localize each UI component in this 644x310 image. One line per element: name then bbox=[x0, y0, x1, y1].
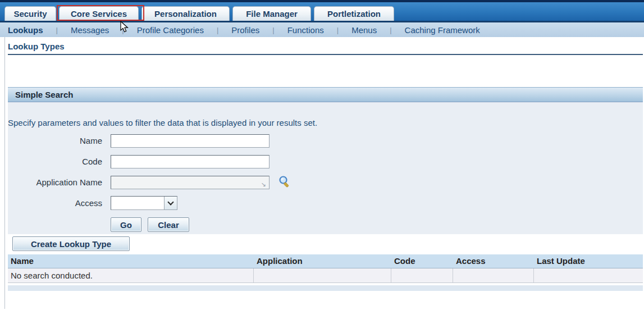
column-header-application[interactable]: Application bbox=[254, 254, 391, 268]
code-input[interactable] bbox=[111, 155, 270, 168]
subnav-item-messages[interactable]: Messages bbox=[71, 25, 109, 35]
access-select-value bbox=[111, 197, 164, 209]
subnav-item-menus[interactable]: Menus bbox=[351, 25, 377, 35]
tab-personalization[interactable]: Personalization bbox=[141, 6, 230, 21]
table-cell bbox=[534, 268, 643, 282]
chevron-down-icon bbox=[167, 199, 173, 205]
subnav-item-functions[interactable]: Functions bbox=[287, 25, 324, 35]
access-field-label: Access bbox=[8, 197, 102, 210]
clear-button[interactable]: Clear bbox=[148, 217, 189, 232]
subnav-item-lookups[interactable]: Lookups bbox=[8, 25, 43, 35]
tab-file-manager[interactable]: File Manager bbox=[232, 6, 311, 21]
application-name-label: Application Name bbox=[8, 176, 102, 189]
subnav-separator: | bbox=[217, 26, 218, 34]
empty-results-message: No search conducted. bbox=[8, 268, 254, 282]
application-window: Security Core Services Personalization F… bbox=[0, 0, 644, 310]
subnav-separator: | bbox=[122, 26, 124, 34]
simple-search-panel: Simple Search Specify parameters and val… bbox=[8, 87, 643, 234]
table-footer-strip bbox=[8, 285, 643, 291]
search-magnifier-icon[interactable] bbox=[278, 175, 291, 189]
code-field-label: Code bbox=[8, 155, 102, 168]
tab-portletization[interactable]: Portletization bbox=[314, 6, 394, 21]
subnav-separator: | bbox=[272, 26, 274, 34]
table-row: No search conducted. bbox=[8, 268, 643, 283]
column-header-last-update[interactable]: Last Update bbox=[534, 254, 643, 268]
go-button[interactable]: Go bbox=[111, 217, 141, 232]
sub-navigation-bar: Lookups | Messages | Profile Categories … bbox=[0, 22, 644, 37]
content-left-border bbox=[4, 37, 5, 309]
access-select-dropdown-button[interactable] bbox=[164, 197, 177, 209]
simple-search-body: Specify parameters and values to filter … bbox=[8, 102, 643, 234]
results-table-header: Name Application Code Access Last Update bbox=[8, 254, 643, 268]
subnav-item-caching-framework[interactable]: Caching Framework bbox=[405, 25, 480, 35]
subnav-separator: | bbox=[337, 26, 339, 34]
subnav-item-profiles[interactable]: Profiles bbox=[231, 25, 259, 35]
tab-security[interactable]: Security bbox=[4, 6, 56, 21]
search-instruction-text: Specify parameters and values to filter … bbox=[8, 118, 317, 127]
column-header-name[interactable]: Name bbox=[8, 254, 254, 268]
subnav-separator: | bbox=[390, 26, 391, 34]
simple-search-header: Simple Search bbox=[8, 87, 643, 102]
page-title-rule bbox=[8, 54, 643, 55]
table-cell bbox=[391, 268, 453, 282]
name-input[interactable] bbox=[111, 134, 270, 148]
table-cell bbox=[453, 268, 534, 282]
page-title: Lookup Types bbox=[8, 42, 65, 51]
results-table: Name Application Code Access Last Update… bbox=[8, 254, 643, 283]
access-select[interactable] bbox=[111, 196, 177, 210]
subnav-item-profile-categories[interactable]: Profile Categories bbox=[137, 25, 204, 35]
create-lookup-type-button[interactable]: Create Lookup Type bbox=[12, 236, 130, 251]
column-header-access[interactable]: Access bbox=[453, 254, 534, 268]
application-name-input[interactable] bbox=[111, 176, 270, 189]
subnav-separator: | bbox=[56, 26, 58, 34]
column-header-code[interactable]: Code bbox=[391, 254, 453, 268]
name-field-label: Name bbox=[8, 134, 102, 148]
tab-strip: Security Core Services Personalization F… bbox=[4, 6, 394, 21]
table-cell bbox=[254, 268, 391, 282]
tab-bar: Security Core Services Personalization F… bbox=[0, 2, 644, 22]
tab-core-services[interactable]: Core Services bbox=[59, 6, 139, 21]
